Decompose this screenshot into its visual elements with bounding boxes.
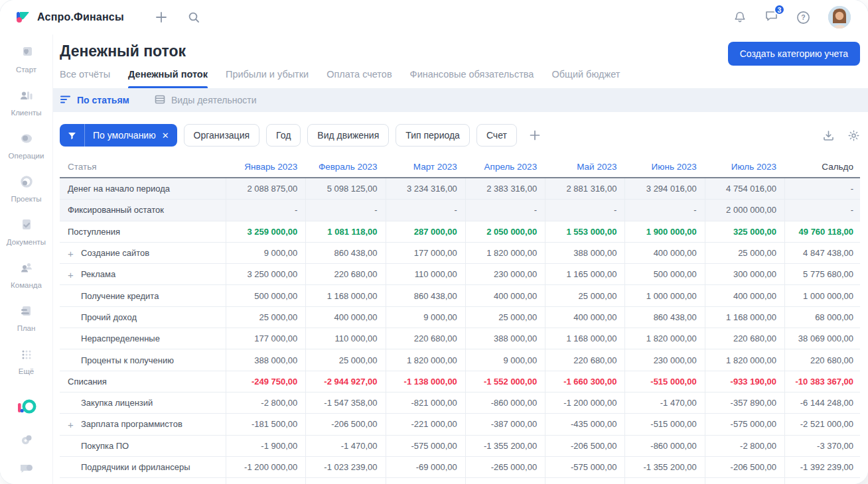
sidebar-item-projects[interactable]: Проекты xyxy=(1,169,52,208)
row-value: -575 000,00 xyxy=(705,414,784,434)
search-icon[interactable] xyxy=(188,11,200,24)
row-value: - xyxy=(305,200,385,220)
row-value: 860 438,00 xyxy=(386,285,465,306)
row-value: -1 547 358,00 xyxy=(305,393,385,413)
row-value: 2 050 000,00 xyxy=(465,221,545,242)
column-header-month: Март 2023 xyxy=(386,156,465,177)
filter-chip-organization[interactable]: Организация xyxy=(184,124,259,147)
row-value: 2 383 316,00 xyxy=(465,178,545,199)
sidebar-item-label: Команда xyxy=(11,281,42,289)
settings-gear-icon[interactable] xyxy=(19,432,34,447)
table-row: Получение кредита500 000,001 168 000,008… xyxy=(60,285,860,306)
filter-chip-movement-type[interactable]: Вид движения xyxy=(307,124,389,147)
row-value: 388 000,00 xyxy=(465,328,545,349)
user-avatar[interactable] xyxy=(828,6,851,29)
sidebar-item-clients[interactable]: Клиенты xyxy=(1,83,52,121)
row-value: -357 890,00 xyxy=(705,393,784,413)
aspro-product-logo-icon[interactable] xyxy=(17,399,36,416)
row-value: -860 000,00 xyxy=(624,436,704,456)
row-value: 220 680,00 xyxy=(784,349,860,370)
row-value: 1 168 000,00 xyxy=(705,307,784,328)
row-value: 860 438,00 xyxy=(624,307,704,328)
sidebar-item-more[interactable]: Ещё xyxy=(1,341,52,380)
column-header-month: Июнь 2023 xyxy=(624,156,704,177)
row-value: -3 370,00 xyxy=(784,436,860,456)
table-row: Закупка лицензий-2 800,00-1 547 358,00-8… xyxy=(60,393,860,414)
filter-chip-account[interactable]: Счет xyxy=(476,124,517,147)
notifications-bell-icon[interactable] xyxy=(733,11,747,24)
tab-all-reports[interactable]: Все отчёты xyxy=(60,69,110,88)
view-mode-activity-types[interactable]: Виды деятельности xyxy=(155,95,257,106)
help-icon[interactable]: ? xyxy=(796,11,810,25)
expand-plus-icon[interactable]: + xyxy=(68,419,74,429)
row-label: Получение кредита xyxy=(60,285,226,306)
row-value: 5 098 125,00 xyxy=(305,178,385,199)
row-value: 110 000,00 xyxy=(305,328,385,349)
expand-plus-icon[interactable]: + xyxy=(68,269,74,279)
row-value: -515 000,00 xyxy=(624,414,704,434)
table-settings-gear-icon[interactable] xyxy=(847,129,860,142)
row-value: 3 259 000,00 xyxy=(226,221,305,242)
table-row: Списания-249 750,00-2 944 927,00-1 138 0… xyxy=(60,371,860,393)
row-value: -69 000,00 xyxy=(386,457,465,477)
row-value: -1 547 358,00 xyxy=(305,478,385,484)
tab-profit-loss[interactable]: Прибыли и убытки xyxy=(226,69,309,88)
row-value: -1 660 300,00 xyxy=(545,371,624,392)
row-value: -1 470,00 xyxy=(624,478,704,484)
row-label: Закупка лицензий xyxy=(60,393,226,413)
create-category-button[interactable]: Создать категорию учета xyxy=(728,42,860,66)
sidebar-item-operations[interactable]: Операции xyxy=(1,126,52,164)
clear-filter-icon[interactable]: ✕ xyxy=(162,131,169,141)
row-value: 1 081 118,00 xyxy=(305,221,385,242)
row-value: 4 754 016,00 xyxy=(705,178,784,199)
export-download-icon[interactable] xyxy=(822,129,835,142)
sidebar-item-documents[interactable]: Документы xyxy=(1,212,52,251)
row-value: 220 680,00 xyxy=(545,349,624,370)
row-value: 177 000,00 xyxy=(226,328,305,349)
sidebar-item-start[interactable]: Старт xyxy=(1,40,52,78)
row-label: Покупка ПО xyxy=(60,436,226,456)
tab-cash-flow[interactable]: Денежный поток xyxy=(128,69,208,88)
projects-icon xyxy=(19,174,35,192)
expand-plus-icon[interactable]: + xyxy=(68,248,74,258)
row-value: -1 200 000,00 xyxy=(545,478,624,484)
tab-general-budget[interactable]: Общий бюджет xyxy=(551,69,620,88)
tab-bill-payment[interactable]: Оплата счетов xyxy=(326,69,392,88)
row-value: -1 355 200,00 xyxy=(465,436,545,456)
row-value: 68 000,00 xyxy=(784,307,860,328)
row-value: 1 168 000,00 xyxy=(545,328,624,349)
documents-icon xyxy=(19,217,35,235)
row-value: 400 000,00 xyxy=(705,285,784,306)
row-value: 25 000,00 xyxy=(545,285,624,306)
row-label: Нераспределенные xyxy=(60,328,226,349)
support-chat-icon[interactable] xyxy=(19,463,34,476)
add-filter-icon[interactable] xyxy=(528,129,542,142)
sidebar-item-team[interactable]: Команда xyxy=(1,255,52,294)
create-plus-icon[interactable] xyxy=(155,11,168,24)
filter-chip-year[interactable]: Год xyxy=(266,124,301,147)
messages-chat-icon[interactable]: 3 xyxy=(764,9,778,25)
sidebar-item-plan[interactable]: План xyxy=(1,298,52,337)
active-filter-chip[interactable]: По умолчанию ✕ xyxy=(60,124,177,147)
row-label: +Зарплата программистов xyxy=(60,414,226,434)
row-value: -2 944 927,00 xyxy=(305,371,385,392)
row-value: 1 820 000,00 xyxy=(465,243,545,263)
active-filter-label: По умолчанию xyxy=(93,130,156,141)
row-label: Прочий доход xyxy=(60,307,226,328)
aspro-finansy-logo-icon xyxy=(15,9,31,25)
row-value: 1 000 000,00 xyxy=(624,285,704,306)
filter-chip-period-type[interactable]: Тип периода xyxy=(396,124,470,147)
row-value: -1 355 200,00 xyxy=(624,457,704,477)
column-header-month: Май 2023 xyxy=(545,156,624,177)
view-mode-by-items[interactable]: По статьям xyxy=(60,95,129,106)
row-value: -206 500,00 xyxy=(545,436,624,456)
row-value: 3 250 000,00 xyxy=(226,264,305,284)
row-value: 500 000,00 xyxy=(624,264,704,284)
row-value: -6 144 248,00 xyxy=(784,393,860,413)
tab-financial-obligations[interactable]: Финансовые обязательства xyxy=(410,69,534,88)
row-value: 220 680,00 xyxy=(305,264,385,284)
row-value: -2 800,00 xyxy=(226,478,305,484)
row-value: 1 900 000,00 xyxy=(624,221,704,242)
row-value: 500 000,00 xyxy=(226,285,305,306)
row-value: 300 000,00 xyxy=(705,264,784,284)
